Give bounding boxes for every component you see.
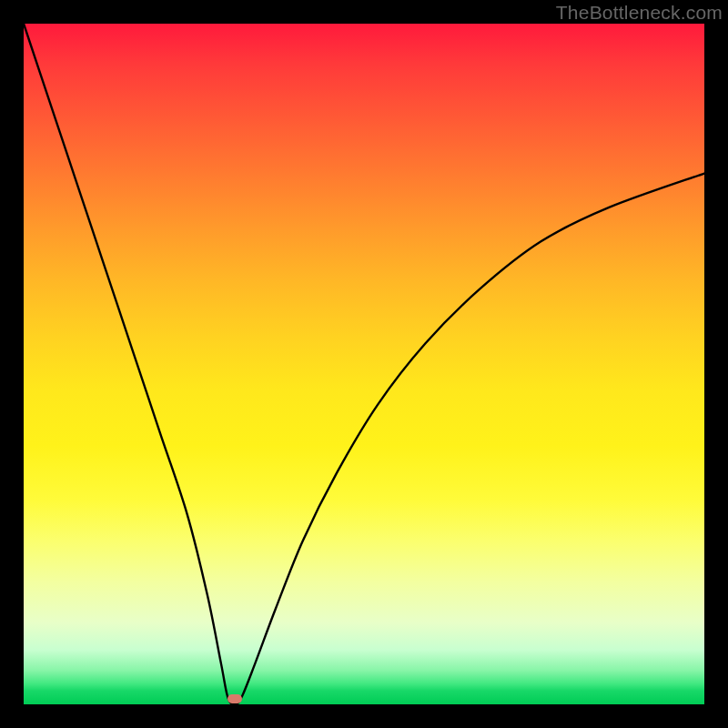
watermark-text: TheBottleneck.com: [556, 2, 723, 24]
chart-frame: [24, 24, 704, 704]
chart-svg: [24, 24, 704, 704]
minimum-marker: [228, 694, 242, 703]
bottleneck-curve: [24, 24, 704, 704]
